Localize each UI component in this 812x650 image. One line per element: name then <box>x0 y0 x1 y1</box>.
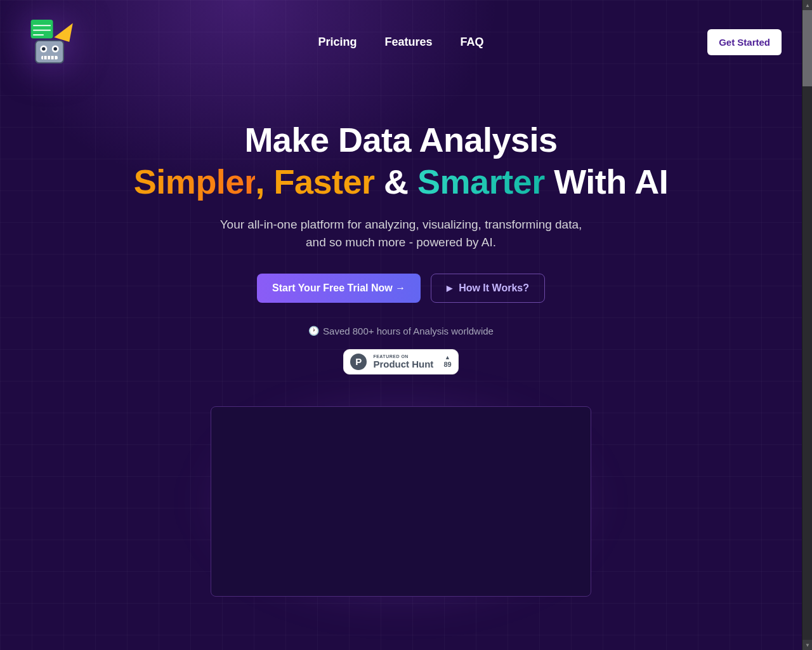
product-hunt-votes: ▲ 89 <box>443 355 451 368</box>
social-proof: 🕐 Saved 800+ hours of Analysis worldwide <box>52 326 750 336</box>
hero-subtitle: Your all-in-one platform for analyzing, … <box>52 216 750 252</box>
logo[interactable] <box>20 13 79 71</box>
how-it-works-label: How It Works? <box>459 282 529 294</box>
nav-features[interactable]: Features <box>384 36 432 49</box>
product-hunt-badge[interactable]: P FEATURED ON Product Hunt ▲ 89 <box>343 349 458 375</box>
hero-ctas: Start Your Free Trial Now → ▶ How It Wor… <box>52 274 750 303</box>
subtitle-line2: and so much more - powered by AI. <box>306 235 496 249</box>
ph-featured-label: FEATURED ON <box>373 354 433 359</box>
title-line1: Make Data Analysis <box>244 121 557 159</box>
clock-icon: 🕐 <box>308 326 319 336</box>
start-trial-button[interactable]: Start Your Free Trial Now → <box>257 274 421 303</box>
play-icon: ▶ <box>447 284 452 293</box>
nav-faq[interactable]: FAQ <box>461 36 484 49</box>
title-amp: & <box>375 162 418 201</box>
subtitle-line1: Your all-in-one platform for analyzing, … <box>220 218 582 231</box>
ph-vote-count: 89 <box>443 361 451 368</box>
product-hunt-logo-icon: P <box>350 354 367 370</box>
social-proof-text: Saved 800+ hours of Analysis worldwide <box>323 326 494 336</box>
get-started-button[interactable]: Get Started <box>707 29 782 55</box>
svg-rect-0 <box>31 20 53 38</box>
svg-rect-5 <box>36 41 63 63</box>
robot-logo-icon <box>20 13 79 71</box>
header: Pricing Features FAQ Get Started <box>0 0 802 84</box>
title-smarter: Smarter <box>417 162 545 201</box>
svg-marker-4 <box>54 23 72 42</box>
how-it-works-button[interactable]: ▶ How It Works? <box>431 274 545 303</box>
upvote-icon: ▲ <box>443 355 451 361</box>
title-comma: , <box>255 162 273 201</box>
hero-title: Make Data Analysis Simpler, Faster & Sma… <box>52 119 750 203</box>
product-hunt-text: FEATURED ON Product Hunt <box>373 354 433 369</box>
ph-name: Product Hunt <box>373 359 433 369</box>
video-preview[interactable] <box>211 406 591 597</box>
title-faster: Faster <box>273 162 374 201</box>
svg-point-9 <box>53 47 57 51</box>
title-simpler: Simpler <box>134 162 256 201</box>
svg-point-7 <box>42 47 46 51</box>
title-with-ai: With AI <box>545 162 668 201</box>
video-placeholder <box>211 406 591 597</box>
hero-section: Make Data Analysis Simpler, Faster & Sma… <box>52 84 750 597</box>
nav-pricing[interactable]: Pricing <box>318 36 357 49</box>
main-nav: Pricing Features FAQ <box>318 36 483 49</box>
